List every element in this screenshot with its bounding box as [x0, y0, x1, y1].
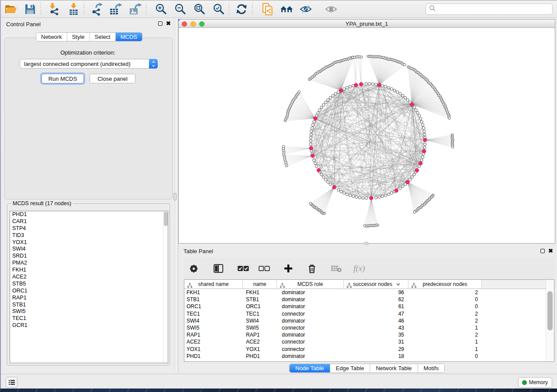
result-node[interactable]: PMA2 — [10, 260, 168, 267]
vertical-splitter-handle[interactable] — [173, 193, 176, 200]
tab-edge-table[interactable]: Edge Table — [330, 364, 370, 372]
network-canvas[interactable] — [179, 28, 555, 243]
search-box[interactable] — [426, 3, 553, 15]
cell-successor-nodes: 96 — [344, 289, 408, 296]
export-network-button[interactable] — [87, 1, 106, 17]
memory-button[interactable]: Memory — [518, 377, 552, 388]
delete-table-button[interactable] — [331, 265, 342, 272]
table-row[interactable]: SWI4SWI4dominator462 — [184, 317, 546, 324]
close-panel-icon[interactable]: ✖ — [166, 21, 171, 26]
import-table-icon — [67, 3, 80, 15]
column-header-MCDS-role[interactable]: MCDS role — [277, 280, 344, 289]
table-row[interactable]: TEC1TEC1connector472 — [184, 310, 546, 317]
result-list-scroll-thumb[interactable] — [164, 212, 168, 226]
table-row[interactable]: ORC1ORC1dominator610 — [184, 303, 546, 310]
result-node[interactable]: CAR1 — [10, 218, 168, 225]
run-mcds-button[interactable]: Run MCDS — [42, 74, 84, 83]
import-table-button[interactable] — [64, 1, 83, 17]
result-list-scrollbar[interactable] — [163, 211, 168, 363]
tab-network[interactable]: Network — [36, 33, 67, 41]
result-node[interactable]: FKH1 — [10, 267, 168, 274]
table-row[interactable]: RAP1RAP1dominator352 — [184, 331, 546, 338]
table-row[interactable]: STB1STB1dominator620 — [184, 296, 546, 303]
clone-network-button[interactable] — [258, 1, 277, 17]
zoom-out-button[interactable] — [170, 1, 190, 17]
show-columns-button[interactable] — [213, 264, 224, 273]
refresh-button[interactable] — [232, 1, 251, 17]
cell-shared-name: SWI4 — [184, 318, 243, 324]
delete-column-button[interactable] — [308, 264, 316, 274]
tab-mcds[interactable]: MCDS — [116, 33, 142, 41]
cell-name: ORC1 — [243, 303, 277, 309]
zoom-selected-button[interactable] — [209, 1, 228, 17]
table-row[interactable]: YOX1YOX1connector291 — [184, 346, 546, 353]
column-header-predecessor-nodes[interactable]: predecessor nodes — [408, 280, 482, 289]
close-traffic-light[interactable] — [182, 21, 187, 27]
tab-node-table[interactable]: Node Table — [290, 364, 330, 372]
hide-selected-button[interactable] — [296, 1, 315, 17]
network-window-titlebar[interactable]: YPA_prune.txt_1 — [179, 20, 555, 28]
close-panel-button[interactable]: Close panel — [90, 74, 135, 83]
result-node[interactable]: YOX1 — [10, 239, 168, 246]
zoom-fit-button[interactable] — [190, 1, 209, 17]
column-header-name[interactable]: name — [243, 280, 277, 289]
deselect-all-button[interactable] — [258, 265, 270, 272]
result-node[interactable]: SWI4 — [10, 246, 168, 253]
open-button[interactable] — [1, 1, 21, 17]
optimization-criterion-label: Optimization criterion: — [1, 49, 175, 56]
horizontal-splitter-handle[interactable] — [364, 242, 368, 245]
show-all-button[interactable] — [322, 1, 341, 17]
table-row[interactable]: PHD1PHD1dominator180 — [184, 353, 546, 360]
table-row[interactable]: SWI5SWI5connector431 — [184, 324, 546, 331]
result-node[interactable]: PHD1 — [10, 211, 168, 218]
result-node[interactable]: GCR1 — [10, 322, 168, 329]
result-node[interactable]: TID3 — [10, 232, 168, 239]
function-builder-button[interactable]: f(x) — [353, 264, 365, 273]
export-image-button[interactable] — [126, 1, 145, 17]
save-button[interactable] — [21, 1, 40, 17]
cell-MCDS-role: connector — [277, 325, 344, 331]
result-node[interactable]: RAP1 — [10, 295, 168, 302]
search-input[interactable] — [436, 4, 552, 14]
tab-network-table[interactable]: Network Table — [370, 364, 418, 372]
select-all-button[interactable] — [237, 265, 249, 272]
criterion-dropdown[interactable]: largest connected component (undirected) — [20, 59, 158, 69]
minimize-traffic-light[interactable] — [190, 21, 196, 27]
import-network-button[interactable] — [44, 1, 63, 17]
cell-name: SWI5 — [243, 325, 277, 331]
result-node[interactable]: STB1 — [10, 302, 168, 309]
tab-motifs[interactable]: Motifs — [418, 364, 445, 372]
result-node[interactable]: STB5 — [10, 281, 168, 288]
float-panel-icon[interactable] — [158, 21, 163, 26]
result-node[interactable]: ORC1 — [10, 288, 168, 295]
zoom-in-button[interactable] — [151, 1, 170, 17]
cell-shared-name: ACE2 — [184, 339, 243, 345]
result-node[interactable]: STP4 — [10, 225, 168, 232]
result-node[interactable]: TEC1 — [10, 315, 168, 322]
cell-successor-nodes: 43 — [344, 325, 408, 331]
table-scrollbar[interactable] — [546, 280, 554, 361]
table-scroll-thumb[interactable] — [547, 291, 553, 330]
tab-select[interactable]: Select — [90, 33, 116, 41]
maximize-traffic-light[interactable] — [199, 21, 204, 27]
cell-MCDS-role: dominator — [277, 289, 344, 296]
tab-style[interactable]: Style — [67, 33, 90, 41]
vertical-splitter[interactable] — [175, 18, 178, 373]
float-panel-icon[interactable] — [540, 249, 545, 253]
result-node[interactable]: ACE2 — [10, 274, 168, 281]
neighbors-button[interactable] — [277, 1, 296, 17]
close-panel-icon[interactable]: ✖ — [548, 249, 553, 253]
table-settings-button[interactable] — [189, 264, 199, 274]
result-node[interactable]: SWI5 — [10, 308, 168, 315]
create-column-button[interactable] — [284, 264, 293, 273]
mcds-result-list[interactable]: PHD1CAR1STP4TID3YOX1SWI4SRD1PMA2FKH1ACE2… — [10, 211, 168, 363]
table-row[interactable]: FKH1FKH1dominator962 — [184, 289, 546, 296]
result-node[interactable]: SRD1 — [10, 253, 168, 260]
column-header-successor-nodes[interactable]: successor nodes — [344, 280, 408, 289]
cell-successor-nodes: 29 — [344, 346, 408, 352]
cell-MCDS-role: connector — [277, 311, 344, 317]
table-row[interactable]: ACE2ACE2connector311 — [184, 338, 546, 345]
console-button[interactable] — [6, 377, 17, 388]
export-table-button[interactable] — [106, 1, 125, 17]
column-header-shared-name[interactable]: shared name — [184, 280, 243, 289]
